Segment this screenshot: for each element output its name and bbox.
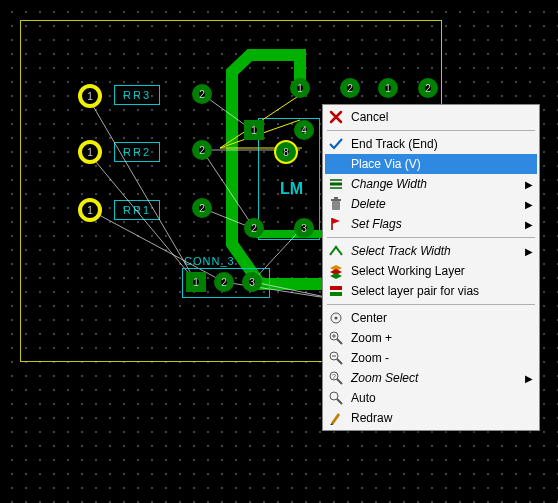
pad-c2-1[interactable]: 1 [378,78,398,98]
svg-rect-1 [331,199,341,201]
separator [327,237,535,238]
menu-label: Select Track Width [351,244,525,258]
menu-redraw[interactable]: Redraw [325,408,537,428]
pad-c1-1[interactable]: 1 [290,78,310,98]
menu-change-width[interactable]: Change Width ▶ [325,174,537,194]
svg-text:?: ? [332,373,336,380]
menu-label: Set Flags [351,217,525,231]
menu-cancel[interactable]: Cancel [325,107,537,127]
menu-zoom-select[interactable]: ? Zoom Select ▶ [325,368,537,388]
track-width-icon [327,242,345,260]
pad-c2-2[interactable]: 2 [418,78,438,98]
trash-icon [327,195,345,213]
submenu-arrow-icon: ▶ [525,246,533,257]
menu-select-track-width[interactable]: Select Track Width ▶ [325,241,537,261]
submenu-arrow-icon: ▶ [525,199,533,210]
submenu-arrow-icon: ▶ [525,373,533,384]
auto-icon [327,389,345,407]
submenu-arrow-icon: ▶ [525,219,533,230]
pad-rr3-1[interactable]: 1 [78,84,102,108]
menu-label: Change Width [351,177,525,191]
context-menu: Cancel End Track (End) Place Via (V) Cha… [322,104,540,431]
pad-ic-3[interactable]: 3 [294,218,314,238]
pad-ic-4[interactable]: 4 [294,120,314,140]
menu-center[interactable]: Center [325,308,537,328]
menu-label: Select layer pair for vias [351,284,533,298]
menu-auto[interactable]: Auto [325,388,537,408]
pad-rr3-2[interactable]: 2 [192,84,212,104]
menu-zoom-out[interactable]: Zoom - [325,348,537,368]
menu-select-working-layer[interactable]: Select Working Layer [325,261,537,281]
menu-label: Center [351,311,533,325]
menu-label: Cancel [351,110,533,124]
menu-label: Auto [351,391,533,405]
flag-icon [327,215,345,233]
svg-rect-3 [330,286,342,290]
menu-end-track[interactable]: End Track (End) [325,134,537,154]
pad-c1-2[interactable]: 2 [340,78,360,98]
pad-ic-8[interactable]: 8 [274,140,298,164]
pad-ic-1[interactable]: 1 [244,120,264,140]
layers-icon [327,262,345,280]
redraw-icon [327,409,345,427]
pad-rr2-2[interactable]: 2 [192,140,212,160]
menu-place-via[interactable]: Place Via (V) [325,154,537,174]
menu-label: End Track (End) [351,137,533,151]
silk-conn [182,268,270,298]
menu-delete[interactable]: Delete ▶ [325,194,537,214]
zoom-select-icon: ? [327,369,345,387]
menu-label: Redraw [351,411,533,425]
width-icon [327,175,345,193]
blank-icon [327,155,345,173]
menu-label: Zoom Select [351,371,525,385]
menu-label: Zoom - [351,351,533,365]
layer-pair-icon [327,282,345,300]
menu-label: Select Working Layer [351,264,533,278]
separator [327,304,535,305]
cancel-icon [327,108,345,126]
menu-label: Place Via (V) [351,157,533,171]
menu-select-layer-pair[interactable]: Select layer pair for vias [325,281,537,301]
pad-rr1-2[interactable]: 2 [192,198,212,218]
menu-zoom-in[interactable]: Zoom + [325,328,537,348]
svg-rect-2 [334,197,338,199]
pad-ic-2[interactable]: 2 [244,218,264,238]
zoom-out-icon [327,349,345,367]
svg-point-11 [330,392,338,400]
pad-rr1-1[interactable]: 1 [78,198,102,222]
pad-rr2-1[interactable]: 1 [78,140,102,164]
svg-rect-4 [330,292,342,296]
svg-point-6 [335,317,338,320]
menu-set-flags[interactable]: Set Flags ▶ [325,214,537,234]
separator [327,130,535,131]
zoom-in-icon [327,329,345,347]
svg-rect-0 [332,201,340,210]
submenu-arrow-icon: ▶ [525,179,533,190]
check-icon [327,135,345,153]
center-icon [327,309,345,327]
menu-label: Zoom + [351,331,533,345]
menu-label: Delete [351,197,525,211]
